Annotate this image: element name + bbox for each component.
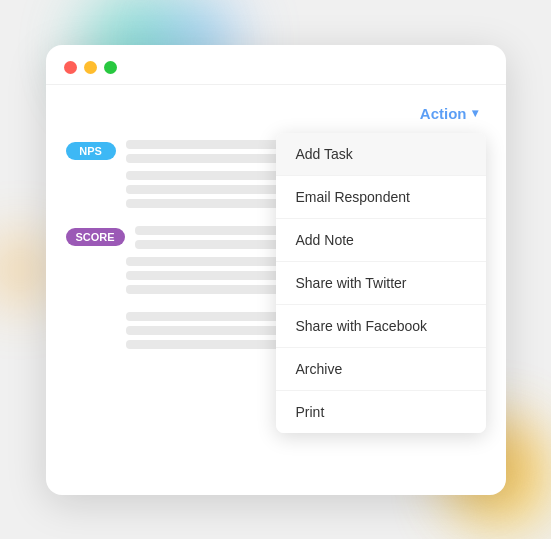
titlebar [46,45,506,85]
traffic-lights [64,61,117,74]
action-dropdown: Add Task Email Respondent Add Note Share… [276,133,486,433]
traffic-light-yellow[interactable] [84,61,97,74]
dropdown-item-share-twitter[interactable]: Share with Twitter [276,261,486,304]
dropdown-item-email-respondent[interactable]: Email Respondent [276,175,486,218]
app-window: Action ▾ NPS [46,45,506,495]
action-button[interactable]: Action ▾ [412,101,486,126]
content-area: Action ▾ NPS [46,85,506,383]
decorative-blob-left [0,240,50,300]
dropdown-item-print[interactable]: Print [276,390,486,433]
dropdown-item-archive[interactable]: Archive [276,347,486,390]
action-bar: Action ▾ [66,101,486,126]
traffic-light-green[interactable] [104,61,117,74]
dropdown-item-add-task[interactable]: Add Task [276,133,486,175]
score-badge: SCORE [66,228,125,246]
chevron-down-icon: ▾ [472,106,478,120]
traffic-light-red[interactable] [64,61,77,74]
dropdown-item-add-note[interactable]: Add Note [276,218,486,261]
nps-badge: NPS [66,142,116,160]
action-label: Action [420,105,467,122]
dropdown-item-share-facebook[interactable]: Share with Facebook [276,304,486,347]
